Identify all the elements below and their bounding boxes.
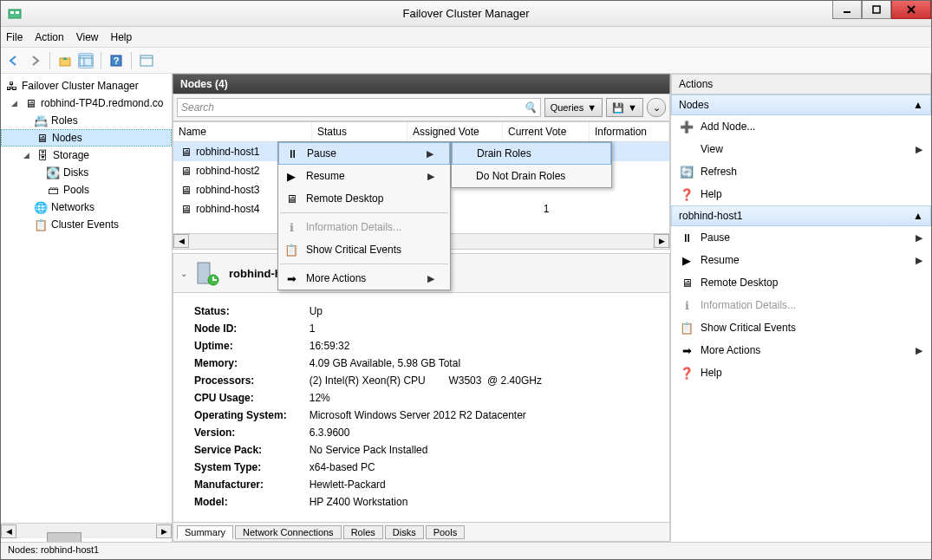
search-icon[interactable]: 🔍 [524,101,537,114]
queries-label: Queries [551,102,584,113]
collapse-icon[interactable]: ⌄ [180,269,187,278]
submenu-arrow-icon: ▶ [427,148,433,160]
action-label: Add Node... [701,120,755,133]
row-name: robhind-host1 [196,146,259,158]
save-button[interactable]: 💾▼ [606,98,643,117]
col-name[interactable]: Name [173,122,312,141]
node-icon: 🖥 [179,145,192,159]
tree-nodes[interactable]: 🖥Nodes [1,129,172,147]
field-key: Processors: [189,373,303,388]
field-key: Uptime: [189,338,303,354]
action-more[interactable]: ➡More Actions▶ [671,339,931,361]
tree-roles[interactable]: 📇Roles [1,112,172,129]
menu-critical[interactable]: 📋Show Critical Events [278,238,450,261]
field-key: CPU Usage: [189,390,303,406]
tree-storage[interactable]: ◢🗄Storage [1,147,172,164]
col-current[interactable]: Current Vote [503,122,590,141]
submenu-drain-label: Drain Roles [477,147,531,160]
submenu-arrow-icon: ▶ [916,232,922,244]
action-add-node[interactable]: ➕Add Node... [671,115,931,138]
panel-icon[interactable] [78,53,94,68]
tree-events-label: Cluster Events [51,218,119,231]
collapse-icon[interactable]: ◢ [11,99,20,107]
submenu-arrow-icon: ▶ [916,255,922,266]
tree-cluster[interactable]: ◢🖥robhind-TP4D.redmond.co [1,94,172,112]
tree-pools[interactable]: 🗃Pools [1,181,172,199]
tree-disks[interactable]: 💽Disks [1,164,172,181]
menu-resume[interactable]: ▶Resume▶ [278,165,450,187]
action-help[interactable]: ❓Help [671,183,931,205]
action-view[interactable]: View▶ [671,138,931,160]
menu-action[interactable]: Action [35,31,63,43]
scroll-right-icon[interactable]: ▶ [156,524,172,538]
collapse-icon[interactable]: ▲ [913,99,923,111]
submenu-drain[interactable]: Drain Roles [452,142,611,165]
tree-horizontal-scrollbar[interactable]: ◀ ▶ [1,523,172,538]
help-icon[interactable]: ? [108,53,124,68]
field-value: 16:59:32 [304,338,547,354]
folder-up-icon[interactable] [57,53,73,68]
menu-remote[interactable]: 🖥Remote Desktop [278,187,450,210]
field-key: Memory: [189,355,303,371]
help-icon: ❓ [680,366,694,380]
collapse-icon[interactable]: ▲ [913,210,923,222]
menu-help[interactable]: Help [111,31,133,43]
action-remote[interactable]: 🖥Remote Desktop [671,271,931,294]
collapse-icon[interactable]: ◢ [23,151,32,160]
col-assigned[interactable]: Assigned Vote [407,122,503,141]
tab-roles[interactable]: Roles [343,525,383,539]
menu-critical-label: Show Critical Events [306,244,434,256]
action-info[interactable]: ℹInformation Details... [671,294,931,316]
col-info[interactable]: Information [590,122,669,141]
action-refresh[interactable]: 🔄Refresh [671,160,931,183]
row-name: robhind-host4 [196,203,259,215]
action-help2[interactable]: ❓Help [671,361,931,384]
submenu-arrow-icon: ▶ [427,171,434,182]
field-value: 12% [304,390,547,406]
field-value: Microsoft Windows Server 2012 R2 Datacen… [304,407,547,423]
field-key: System Type: [189,459,303,475]
nodes-icon: 🖥 [35,131,49,145]
action-label: More Actions [701,344,760,356]
scroll-left-icon[interactable]: ◀ [1,524,16,538]
field-key: Operating System: [189,407,303,423]
row-current: 1 [503,203,590,215]
action-label: Pause [701,231,730,244]
pools-icon: 🗃 [46,183,60,197]
search-input[interactable]: Search 🔍 [177,98,541,117]
tree-networks[interactable]: 🌐Networks [1,199,172,216]
action-critical[interactable]: 📋Show Critical Events [671,316,931,339]
scroll-left-icon[interactable]: ◀ [173,234,189,248]
menu-more[interactable]: ➡More Actions▶ [278,267,450,290]
action-pause[interactable]: ⏸Pause▶ [671,226,931,249]
menu-remote-label: Remote Desktop [306,192,434,205]
tab-pools[interactable]: Pools [426,525,466,539]
menu-more-label: More Actions [306,272,420,284]
menu-view[interactable]: View [76,31,99,43]
center-pane: Nodes (4) Search 🔍 Queries ▼ 💾▼ ⌄ Name S… [173,74,671,542]
storage-icon: 🗄 [36,148,49,162]
forward-icon[interactable] [27,53,42,68]
detail-area: ⌄ robhind-host1 Status:Up Node ID:1 Upti… [173,253,670,542]
actions-section-host[interactable]: robhind-host1▲ [671,205,931,226]
tab-disks[interactable]: Disks [385,525,424,539]
action-resume[interactable]: ▶Resume▶ [671,249,931,271]
actions-title: Actions [671,74,931,94]
tab-summary[interactable]: Summary [177,525,233,539]
tree-root[interactable]: 🖧Failover Cluster Manager [1,77,172,94]
actions-section-nodes[interactable]: Nodes▲ [671,94,931,115]
menubar: File Action View Help [1,27,931,48]
col-status[interactable]: Status [312,122,407,141]
expand-button[interactable]: ⌄ [647,98,666,117]
menu-pause[interactable]: ⏸Pause▶ [278,142,450,165]
scroll-right-icon[interactable]: ▶ [654,234,669,248]
menu-info-label: Information Details... [306,221,434,233]
tree-storage-label: Storage [53,149,89,161]
submenu-nodrain[interactable]: Do Not Drain Roles [452,165,611,187]
menu-file[interactable]: File [6,31,23,43]
tab-network[interactable]: Network Connections [235,525,342,539]
view-icon[interactable] [139,53,154,68]
tree-events[interactable]: 📋Cluster Events [1,216,172,233]
queries-button[interactable]: Queries ▼ [544,98,603,117]
back-icon[interactable] [6,53,22,68]
